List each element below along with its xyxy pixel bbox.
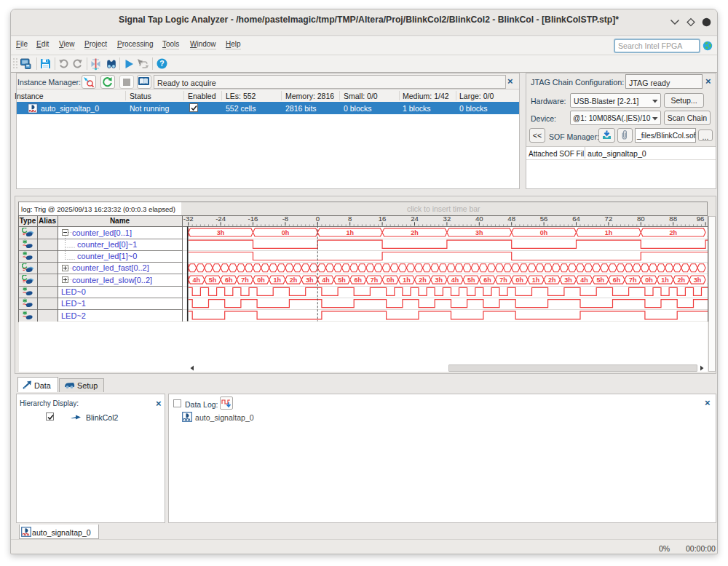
svg-text:?: ? — [159, 59, 164, 68]
